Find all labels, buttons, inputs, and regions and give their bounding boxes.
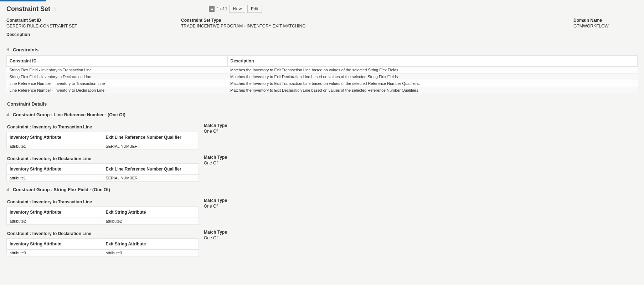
description-label: Description [6,32,181,37]
match-type-label: Match Type [204,155,227,160]
favorite-star-icon[interactable]: ☆ [52,6,57,12]
pager-actions: ≣ 1 of 1 New Edit [209,5,262,13]
table-row[interactable]: attribute1SERIAL NUMBER [7,143,199,150]
constraint-id-cell: String Flex Field - Inventory to Declara… [7,73,228,80]
constraint-label: Constraint : Inventory to Declaration Li… [7,231,204,236]
constraint-attributes-table: Inventory String AttributeExit Line Refe… [6,132,199,150]
constraint-desc-cell: Matches the Inventory to Exit Transactio… [227,80,638,87]
collapse-toggle-icon[interactable] [6,47,10,52]
constraint-set-type-label: Constraint Set Type [181,18,573,23]
constraint-id-cell: Line Reference Number - Inventory to Tra… [7,80,228,87]
constraint-block: Constraint : Inventory to Declaration Li… [6,228,638,256]
new-button[interactable]: New [230,5,245,13]
constraint-block: Constraint : Inventory to Declaration Li… [6,153,638,182]
constraints-section-title: Constraints [13,47,38,52]
match-type-value: One Of [204,204,227,209]
table-row[interactable]: Line Reference Number - Inventory to Dec… [7,87,638,94]
collapse-toggle-icon[interactable] [6,188,10,192]
table-row[interactable]: String Flex Field - Inventory to Transac… [7,67,638,73]
table-row[interactable]: Line Reference Number - Inventory to Tra… [7,80,638,87]
constraint-set-id-value: GERERIC RULE-CONSTRAINT SET [6,24,181,29]
inventory-attribute-cell: attribute1 [7,143,103,150]
constraint-label: Constraint : Inventory to Declaration Li… [7,156,204,161]
match-type-value: One Of [204,161,227,166]
match-type-label: Match Type [204,198,227,203]
constraint-label: Constraint : Inventory to Transaction Li… [7,124,204,129]
constraint-attributes-table: Inventory String AttributeExit String At… [6,207,199,225]
constraint-id-cell: String Flex Field - Inventory to Transac… [7,67,228,73]
page-title: Constraint Set [6,5,50,13]
constraint-set-type-value: TRADE INCENTIVE PROGRAM - INVENTORY EXIT… [181,24,573,29]
constraints-table: Constraint ID Description String Flex Fi… [6,55,638,93]
col-inventory-attribute: Inventory String Attribute [7,239,103,250]
constraint-group-title: Constraint Group : String Flex Field - (… [13,187,110,192]
exit-attribute-cell: SERIAL NUMBER [103,175,199,182]
exit-attribute-cell: SERIAL NUMBER [103,143,199,150]
constraint-attributes-table: Inventory String AttributeExit Line Refe… [6,163,199,182]
col-inventory-attribute: Inventory String Attribute [7,207,103,218]
constraint-group-title: Constraint Group : Line Reference Number… [13,112,125,117]
list-icon[interactable]: ≣ [209,6,215,12]
constraint-block: Constraint : Inventory to Transaction Li… [6,121,638,150]
match-type-label: Match Type [204,230,227,235]
constraints-col-id: Constraint ID [7,56,228,67]
table-row[interactable]: attribute1SERIAL NUMBER [7,175,199,182]
inventory-attribute-cell: attribute2 [7,218,103,225]
constraint-desc-cell: Matches the Inventory to Exit Declaratio… [227,87,638,94]
constraint-id-cell: Line Reference Number - Inventory to Dec… [7,87,228,94]
inventory-attribute-cell: attribute3 [7,250,103,256]
match-type-value: One Of [204,235,227,240]
collapse-toggle-icon[interactable] [6,113,10,117]
edit-button[interactable]: Edit [247,5,262,13]
constraint-desc-cell: Matches the Inventory to Exit Declaratio… [227,73,638,80]
constraint-attributes-table: Inventory String AttributeExit String At… [6,238,199,256]
header-row: Constraint Set ☆ ≣ 1 of 1 New Edit [6,5,638,13]
constraint-group-header: Constraint Group : Line Reference Number… [6,112,638,117]
constraints-section-header: Constraints [6,47,638,52]
domain-name-value: GTMWORKFLOW [573,24,638,29]
constraint-block: Constraint : Inventory to Transaction Li… [6,196,638,225]
table-row[interactable]: String Flex Field - Inventory to Declara… [7,73,638,80]
constraints-col-desc: Description [227,56,638,67]
exit-attribute-cell: attribute2 [103,218,199,225]
pager-text: 1 of 1 [217,6,227,11]
col-inventory-attribute: Inventory String Attribute [7,164,103,175]
col-exit-attribute: Exit String Attribute [103,207,199,218]
constraint-label: Constraint : Inventory to Transaction Li… [7,199,204,204]
table-row[interactable]: attribute2attribute2 [7,218,199,225]
domain-name-label: Domain Name [573,18,638,23]
summary-fields: Constraint Set ID GERERIC RULE-CONSTRAIN… [6,18,638,41]
match-type-value: One Of [204,129,227,134]
col-exit-attribute: Exit Line Reference Number Qualifier [103,132,199,143]
constraint-details-title: Constraint Details [7,101,638,107]
col-exit-attribute: Exit String Attribute [103,239,199,250]
match-type-label: Match Type [204,123,227,128]
constraint-group-header: Constraint Group : String Flex Field - (… [6,187,638,192]
table-row[interactable]: attribute3attribute3 [7,250,199,256]
col-exit-attribute: Exit Line Reference Number Qualifier [103,164,199,175]
constraint-set-id-label: Constraint Set ID [6,18,181,23]
exit-attribute-cell: attribute3 [103,250,199,256]
col-inventory-attribute: Inventory String Attribute [7,132,103,143]
constraint-desc-cell: Matches the Inventory to Exit Transactio… [227,67,638,73]
inventory-attribute-cell: attribute1 [7,175,103,182]
